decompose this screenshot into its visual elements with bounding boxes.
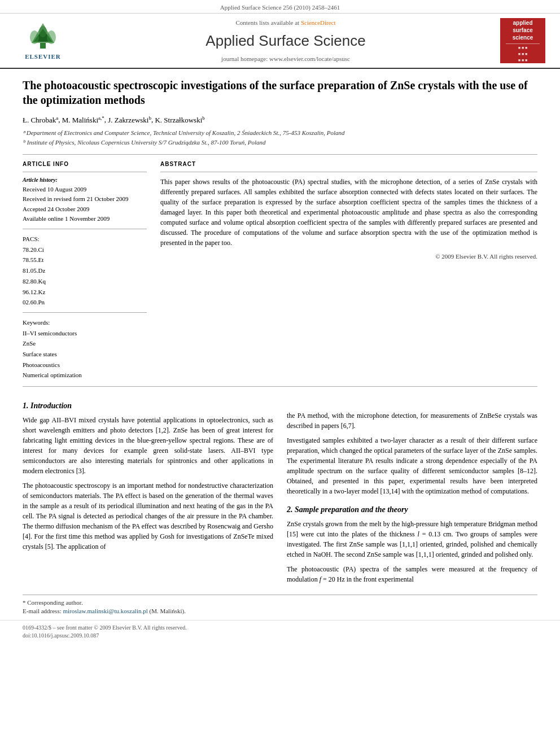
affiliation-a: ᵃ Department of Electronics and Computer… bbox=[23, 129, 537, 137]
available-date: Available online 1 November 2009 bbox=[23, 214, 147, 224]
journal-badge-area: applied surface science ■ ■ ■ ■ ■ ■ ■ ■ … bbox=[495, 18, 551, 63]
paper-title: The photoacoustic spectroscopic investig… bbox=[23, 78, 537, 107]
svg-point-5 bbox=[39, 26, 47, 37]
bottom-bar: 0169-4332/$ – see front matter © 2009 El… bbox=[0, 620, 560, 643]
journal-title: Applied Surface Science bbox=[205, 30, 365, 51]
badge-title2: surface bbox=[513, 27, 533, 34]
intro-para2: The photoacoustic spectroscopy is an imp… bbox=[23, 480, 273, 552]
article-history: Article history: Received 10 August 2009… bbox=[23, 176, 147, 224]
footnote-email: E-mail address: miroslaw.malinski@tu.kos… bbox=[23, 607, 537, 615]
divider-2 bbox=[23, 386, 537, 387]
abstract-label: ABSTRACT bbox=[160, 160, 537, 168]
affiliation-b: ᵇ Institute of Physics, Nicolaus Coperni… bbox=[23, 138, 537, 147]
email-address: miroslaw.malinski@tu.koszalin.pl bbox=[63, 608, 147, 614]
paper-header: The photoacoustic spectroscopic investig… bbox=[0, 69, 560, 154]
citation-bar: Applied Surface Science 256 (2010) 2458–… bbox=[0, 0, 560, 14]
revised-date: Received in revised form 21 October 2009 bbox=[23, 194, 147, 204]
sciencedirect-line: Contents lists available at ScienceDirec… bbox=[235, 19, 335, 27]
badge-title1: applied bbox=[513, 19, 532, 27]
kw-2: ZnSe bbox=[23, 338, 147, 349]
sample-para1: ZnSe crystals grown from the melt by the… bbox=[287, 519, 537, 560]
svg-point-4 bbox=[47, 30, 56, 44]
info-divider bbox=[23, 172, 147, 172]
pacs-block: PACS: 78.20.Ci 78.55.Et 81.05.Dz 82.80.K… bbox=[23, 234, 147, 308]
elsevier-tree-icon bbox=[23, 20, 63, 51]
abstract-text: This paper shows results of the photoaco… bbox=[160, 177, 537, 248]
history-label: Article history: bbox=[23, 176, 147, 185]
pacs-4: 82.80.Kq bbox=[23, 276, 147, 287]
divider-1 bbox=[23, 154, 537, 155]
sciencedirect-link: ScienceDirect bbox=[301, 19, 336, 26]
keywords-label: Keywords: bbox=[23, 317, 147, 328]
kw-5: Numerical optimization bbox=[23, 370, 147, 381]
pacs-2: 78.55.Et bbox=[23, 255, 147, 265]
intro-para3: the PA method, with the microphone detec… bbox=[287, 410, 537, 431]
pacs-6: 02.60.Pn bbox=[23, 297, 147, 308]
svg-point-3 bbox=[30, 30, 39, 44]
sample-heading: 2. Sample preparation and the theory bbox=[287, 504, 537, 516]
elsevier-logo: ELSEVIER bbox=[23, 20, 63, 61]
footnotes: * Corresponding author. E-mail address: … bbox=[23, 595, 537, 616]
abstract-col: ABSTRACT This paper shows results of the… bbox=[160, 160, 537, 381]
kw-1: II–VI semiconductors bbox=[23, 328, 147, 339]
keywords-block: Keywords: II–VI semiconductors ZnSe Surf… bbox=[23, 317, 147, 381]
article-info-col: ARTICLE INFO Article history: Received 1… bbox=[23, 160, 147, 381]
intro-para1: Wide gap AII–BVI mixed crystals have pot… bbox=[23, 415, 273, 476]
citation-text: Applied Surface Science 256 (2010) 2458–… bbox=[220, 4, 340, 11]
author-malinski: M. Malińskia,* bbox=[62, 116, 104, 124]
author-strzalkowski: K. Strzałkowskib bbox=[155, 116, 204, 124]
elsevier-wordmark: ELSEVIER bbox=[25, 53, 61, 61]
author-zakrzewski: J. Zakrzewskib bbox=[108, 116, 151, 124]
pacs-5: 96.12.Kz bbox=[23, 287, 147, 298]
elsevier-logo-area: ELSEVIER bbox=[9, 18, 77, 63]
body-left-col: 1. Introduction Wide gap AII–BVI mixed c… bbox=[23, 392, 273, 589]
keywords-divider bbox=[23, 312, 147, 313]
intro-heading: 1. Introduction bbox=[23, 400, 273, 412]
sample-para2: The photoacoustic (PA) spectra of the sa… bbox=[287, 564, 537, 584]
journal-title-area: Contents lists available at ScienceDirec… bbox=[77, 18, 495, 63]
sciencedirect-label: Contents lists available at bbox=[235, 19, 300, 26]
issn-line: 0169-4332/$ – see front matter © 2009 El… bbox=[23, 624, 537, 632]
email-suffix: (M. Maliński). bbox=[150, 608, 186, 614]
abstract-divider bbox=[160, 172, 537, 172]
author-chrobak: Ł. Chrobaka bbox=[23, 116, 58, 124]
intro-para4: Investigated samples exhibited a two-lay… bbox=[287, 435, 537, 496]
svg-rect-0 bbox=[40, 43, 46, 49]
email-label: E-mail address: bbox=[23, 608, 63, 614]
accepted-date: Accepted 24 October 2009 bbox=[23, 204, 147, 215]
info-abstract-section: ARTICLE INFO Article history: Received 1… bbox=[0, 160, 560, 381]
journal-homepage: journal homepage: www.elsevier.com/locat… bbox=[221, 55, 350, 63]
pacs-3: 81.05.Dz bbox=[23, 265, 147, 276]
article-info-label: ARTICLE INFO bbox=[23, 160, 147, 168]
journal-badge: applied surface science ■ ■ ■ ■ ■ ■ ■ ■ … bbox=[500, 18, 545, 63]
body-section: 1. Introduction Wide gap AII–BVI mixed c… bbox=[0, 392, 560, 589]
body-right-col: the PA method, with the microphone detec… bbox=[287, 392, 537, 589]
badge-title3: science bbox=[513, 34, 533, 41]
doi-line: doi:10.1016/j.apsusc.2009.10.087 bbox=[23, 632, 537, 640]
copyright-line: © 2009 Elsevier B.V. All rights reserved… bbox=[160, 252, 537, 261]
footnote-corresponding: * Corresponding author. bbox=[23, 599, 537, 607]
pacs-label: PACS: bbox=[23, 234, 147, 244]
pacs-divider bbox=[23, 229, 147, 229]
authors-line: Ł. Chrobaka, M. Malińskia,*, J. Zakrzews… bbox=[23, 114, 537, 125]
pacs-1: 78.20.Ci bbox=[23, 244, 147, 255]
kw-3: Surface states bbox=[23, 349, 147, 360]
kw-4: Photoacoustics bbox=[23, 360, 147, 370]
received-date: Received 10 August 2009 bbox=[23, 185, 147, 195]
journal-header: ELSEVIER Contents lists available at Sci… bbox=[0, 14, 560, 69]
